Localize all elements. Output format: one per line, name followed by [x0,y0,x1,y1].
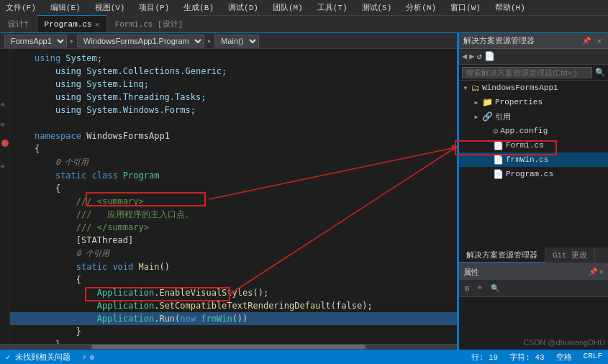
menu-help[interactable]: 帮助(H) [492,1,528,14]
menu-team[interactable]: 团队(M) [270,1,306,14]
properties-header: 属性 📌 ✕ [459,264,608,280]
code-line-summary1: /// <summary> [10,195,457,208]
tree-item-form1[interactable]: 📄 Form1.cs [459,138,608,153]
code-line-brace1: { [10,182,457,195]
nav-bar: FormsApp1 ▸ WindowsFormsApp1.Program ▸ M… [0,33,457,49]
tree-item-program[interactable]: 📄 Program.cs [459,167,608,181]
properties-header-buttons: 📌 ✕ [589,268,604,276]
solution-search-input[interactable] [462,67,592,78]
tree-icon-refs: 🔗 [482,112,493,122]
search-icon[interactable]: 🔍 [595,68,605,77]
code-line-7: namespace WindowsFormsApp1 [10,129,457,142]
method-dropdown[interactable]: Main() [214,35,259,47]
status-right: 行: 19 字符: 43 空格 CRLF [471,352,602,363]
prop-grid-btn[interactable]: ⊞ [462,283,472,294]
code-lines[interactable]: using System; using System.Collections.G… [10,49,457,344]
line-gutter: ⊖ ⊖ ⊖ [0,49,10,344]
prop-list-btn[interactable]: ≡ [475,283,485,294]
nav-arrow-2: ▸ [207,37,212,45]
show-files-button[interactable]: 📄 [484,51,495,62]
menu-tools[interactable]: 工具(T) [314,1,350,14]
menu-build[interactable]: 生成(B) [181,1,217,14]
properties-toolbar: ⊞ ≡ 🔍 [459,280,608,297]
collapse-method[interactable]: ⊖ [1,163,4,170]
status-icon-2: ⊕ [90,352,95,362]
solution-tree: ▼ 🗂 WindowsFormsApp1 ▶ 📁 Properties [459,81,608,247]
status-icon-1: ⚡ [82,352,87,362]
menu-debug[interactable]: 调试(D) [225,1,261,14]
tab-bar: 设计† Program.cs ✕ Form1.cs [设计] [0,16,608,33]
tree-label-refs: 引用 [495,112,511,122]
forward-button[interactable]: ▶ [469,51,474,62]
code-editor[interactable]: ⊖ ⊖ ⊖ using System; [0,49,457,344]
tree-item-properties[interactable]: ▶ 📁 Properties [459,95,608,109]
code-line-class: static class Program [10,169,457,182]
code-line-main: static void Main() [10,260,457,273]
code-line-3: using System.Linq; [10,78,457,91]
horizontal-scrollbar[interactable] [0,344,457,350]
tab-solution-explorer[interactable]: 解决方案资源管理器 [459,247,545,263]
code-line-6 [10,117,457,129]
tree-item-appconfig[interactable]: ⚙ App.config [459,124,608,138]
code-line-summary2: /// 应用程序的主入口点。 [10,208,457,221]
nav-arrow-1: ▸ [70,37,74,45]
properties-pin[interactable]: 📌 [589,268,597,276]
menu-file[interactable]: 文件(F) [3,1,39,14]
collapse-namespace[interactable]: ⊖ [1,101,4,109]
status-col: 字符: 43 [509,352,544,363]
breakpoint-marker [1,140,9,147]
status-row: 行: 19 [471,352,498,363]
tab-program-cs[interactable]: Program.cs ✕ [37,15,107,32]
menu-bar: 文件(F) 编辑(E) 视图(V) 项目(P) 生成(B) 调试(D) 团队(M… [0,0,608,16]
tree-item-frmwin[interactable]: 📄 frmWin.cs [459,153,608,167]
scrollbar-thumb[interactable] [91,345,366,349]
status-bar: ✓ 未找到相关问题 ⚡ ⊕ 行: 19 字符: 43 空格 CRLF [0,350,608,364]
tree-item-root[interactable]: ▼ 🗂 WindowsFormsApp1 [459,81,608,95]
menu-edit[interactable]: 编辑(E) [47,1,83,14]
code-line-setcompat: Application.SetCompatibleTextRenderingDe… [10,299,457,312]
tree-icon-program: 📄 [493,169,504,180]
tab-program-close[interactable]: ✕ [95,20,99,29]
status-message: ✓ 未找到相关问题 [6,352,71,363]
menu-view[interactable]: 视图(V) [92,1,128,14]
properties-panel: 属性 📌 ✕ ⊞ ≡ 🔍 [459,263,608,350]
tree-label-properties: Properties [495,98,543,106]
menu-window[interactable]: 窗口(W) [448,1,484,14]
code-line-8: { [10,142,457,155]
tree-arrow-props: ▶ [473,99,480,106]
collapse-class[interactable]: ⊖ [1,121,4,129]
code-line-stathread: [STAThread] [10,234,457,247]
menu-test[interactable]: 测试(S) [359,1,395,14]
tab-form1-label: Form1.cs [设计] [115,19,183,29]
tab-form1-design[interactable]: Form1.cs [设计] [107,15,191,32]
tree-icon-form1: 📄 [493,140,504,151]
tab-program-label: Program.cs [45,20,92,29]
tab-design[interactable]: 设计† [0,15,37,32]
properties-close[interactable]: ✕ [599,268,604,276]
editor-left: FormsApp1 ▸ WindowsFormsApp1.Program ▸ M… [0,33,457,350]
solution-search: 🔍 [459,65,608,81]
class-dropdown[interactable]: WindowsFormsApp1.Program [77,35,204,47]
content-area: 文件(F) 编辑(E) 视图(V) 项目(P) 生成(B) 调试(D) 团队(M… [0,0,608,350]
menu-project[interactable]: 项目(P) [136,1,172,14]
refresh-button[interactable]: ↺ [476,51,481,62]
app-window: 文件(F) 编辑(E) 视图(V) 项目(P) 生成(B) 调试(D) 团队(M… [0,0,608,364]
code-line-ref1: 0 个引用 [10,155,457,169]
code-line-enable: Application.EnableVisualStyles(); [10,286,457,299]
tree-icon-appconfig: ⚙ [493,126,498,137]
close-panel-button[interactable]: ✕ [595,36,604,46]
status-encoding: CRLF [584,352,602,363]
code-line-run: Application.Run(new frmWin()) [10,312,457,325]
code-line-summary3: /// </summary> [10,221,457,234]
prop-search-btn[interactable]: 🔍 [488,283,502,294]
tree-label-frmwin: frmWin.cs [506,155,548,164]
menu-analyze[interactable]: 分析(N) [403,1,439,14]
tab-git-changes[interactable]: Git 更改 [545,247,595,263]
project-dropdown[interactable]: FormsApp1 [4,35,67,47]
solution-explorer-toolbar: ◀ ▶ ↺ 📄 [459,49,608,65]
tree-item-refs[interactable]: ▶ 🔗 引用 [459,109,608,124]
tree-label-program: Program.cs [506,170,553,178]
back-button[interactable]: ◀ [462,51,467,62]
pin-button[interactable]: 📌 [580,36,593,46]
tree-label-form1: Form1.cs [506,141,544,150]
